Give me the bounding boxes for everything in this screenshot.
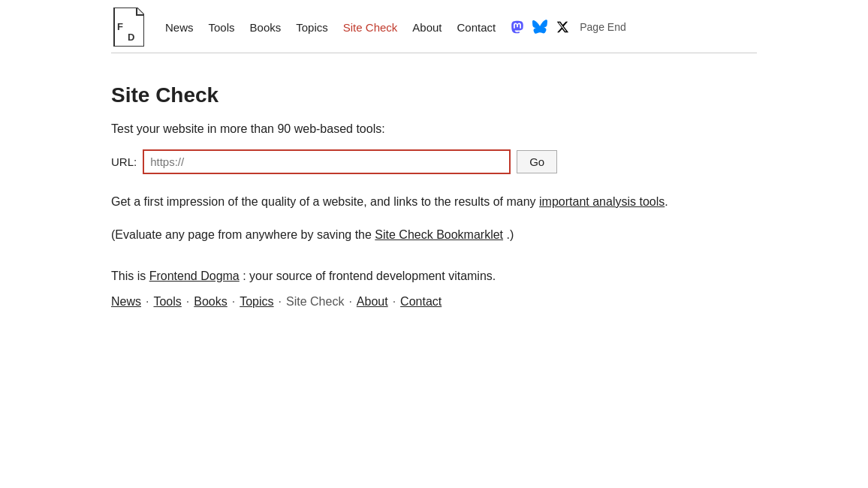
nav-about[interactable]: About	[406, 18, 448, 37]
source-suffix: : your source of frontend development vi…	[243, 270, 496, 282]
nav-tools[interactable]: Tools	[203, 18, 241, 37]
description-text: Get a first impression of the quality of…	[111, 192, 757, 212]
sep-2: ·	[186, 295, 189, 309]
nav-site-check[interactable]: Site Check	[337, 18, 404, 37]
footer-nav-about[interactable]: About	[357, 295, 388, 309]
footer-nav-topics[interactable]: Topics	[240, 295, 273, 309]
nav-topics[interactable]: Topics	[290, 18, 334, 37]
description-prefix: Get a first impression of the quality of…	[111, 195, 536, 208]
bookmarklet-prefix: (Evaluate any page from anywhere by savi…	[111, 228, 372, 241]
url-form: URL: Go	[111, 149, 757, 174]
frontend-dogma-link[interactable]: Frontend Dogma	[149, 270, 240, 282]
url-input[interactable]	[143, 149, 511, 174]
main-content: Site Check Test your website in more tha…	[111, 76, 757, 316]
svg-text:D: D	[128, 32, 134, 43]
sep-4: ·	[279, 295, 282, 309]
nav-books[interactable]: Books	[244, 18, 288, 37]
header-top: F D News Tools Books Topics Site Check A…	[111, 8, 757, 53]
social-icons: Page End	[509, 19, 626, 35]
footer-nav-site-check: Site Check	[286, 295, 344, 309]
nav-contact[interactable]: Contact	[451, 18, 502, 37]
sep-1: ·	[146, 295, 149, 309]
logo: F D	[111, 8, 144, 47]
description-period: .	[665, 195, 668, 208]
page-title: Site Check	[111, 83, 757, 107]
footer-nav-tools[interactable]: Tools	[153, 295, 181, 309]
logo-link[interactable]: F D	[111, 8, 144, 47]
sep-3: ·	[232, 295, 235, 309]
main-nav: News Tools Books Topics Site Check About…	[159, 18, 502, 37]
analysis-tools-link[interactable]: important analysis tools	[539, 195, 665, 208]
mastodon-icon[interactable]	[509, 19, 526, 35]
sep-5: ·	[348, 295, 351, 309]
source-prefix: This is	[111, 270, 146, 282]
footer-nav-books[interactable]: Books	[194, 295, 227, 309]
bookmarklet-end: .)	[507, 228, 514, 241]
intro-text: Test your website in more than 90 web-ba…	[111, 122, 757, 136]
sep-6: ·	[393, 295, 396, 309]
footer-nav: News · Tools · Books · Topics · Site Che…	[111, 295, 757, 309]
source-text: This is Frontend Dogma : your source of …	[111, 267, 757, 286]
url-label: URL:	[111, 155, 137, 168]
page-end-text: Page End	[580, 21, 626, 33]
nav-news[interactable]: News	[159, 18, 200, 37]
bookmarklet-link[interactable]: Site Check Bookmarklet	[375, 228, 503, 241]
twitter-x-icon[interactable]	[554, 19, 571, 35]
go-button[interactable]: Go	[517, 150, 557, 173]
bluesky-icon[interactable]	[532, 19, 548, 35]
footer-nav-news[interactable]: News	[111, 295, 141, 309]
footer-nav-contact[interactable]: Contact	[400, 295, 442, 309]
bookmarklet-text: (Evaluate any page from anywhere by savi…	[111, 225, 757, 245]
svg-text:F: F	[117, 21, 123, 32]
site-header: F D News Tools Books Topics Site Check A…	[111, 0, 757, 53]
